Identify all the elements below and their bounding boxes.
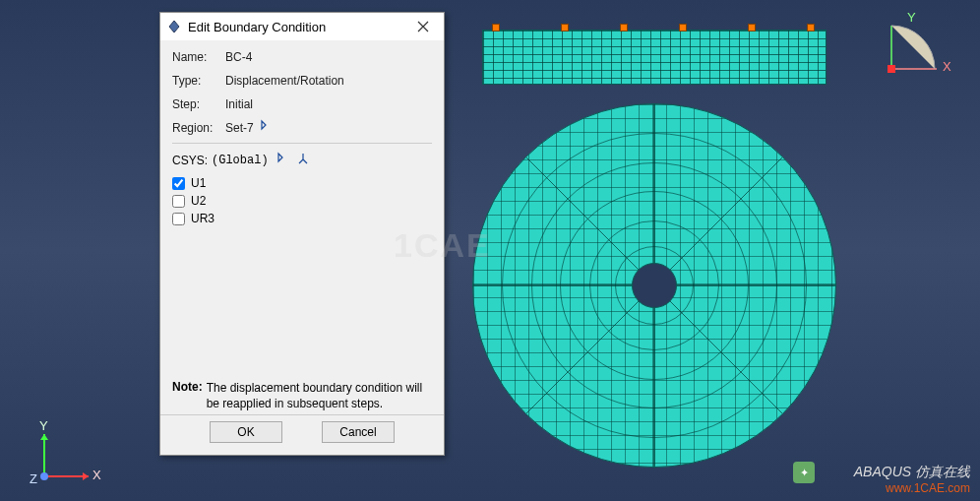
csys-value: (Global): [212, 154, 269, 167]
app-icon: [166, 19, 182, 34]
triad-z-label: Z: [30, 471, 37, 486]
ur3-checkbox-row[interactable]: UR3: [172, 212, 432, 225]
note-label: Note:: [172, 380, 203, 411]
ur3-checkbox[interactable]: [172, 213, 185, 225]
viewcube-x-label: X: [943, 59, 951, 74]
u2-checkbox[interactable]: [172, 195, 185, 208]
brand-text: ABAQUS 仿真在线: [854, 464, 970, 481]
cancel-button[interactable]: Cancel: [322, 421, 395, 443]
bc-marker: [748, 24, 756, 31]
svg-rect-7: [888, 65, 895, 73]
edit-region-icon[interactable]: [260, 119, 274, 133]
u2-checkbox-row[interactable]: U2: [172, 194, 432, 208]
dialog-titlebar[interactable]: Edit Boundary Condition: [160, 13, 444, 40]
bc-marker: [492, 24, 500, 31]
note-text: The displacement boundary condition will…: [207, 380, 432, 411]
disc-center-hole: [632, 263, 677, 308]
triad-x-label: X: [92, 468, 101, 482]
view-cube[interactable]: Y X: [882, 16, 950, 85]
create-csys-icon[interactable]: [296, 152, 310, 168]
type-label: Type:: [172, 72, 225, 90]
wechat-icon: ✦: [793, 462, 815, 483]
name-value: BC-4: [225, 48, 252, 66]
disc-mesh: [472, 103, 836, 468]
region-label: Region:: [172, 119, 225, 137]
svg-point-4: [40, 472, 48, 480]
orientation-triad[interactable]: X Y Z: [30, 422, 108, 491]
note-block: Note: The displacement boundary conditio…: [172, 380, 432, 411]
bc-marker: [561, 24, 569, 31]
step-label: Step:: [172, 95, 225, 113]
edit-bc-dialog: Edit Boundary Condition Name: BC-4 Type:…: [159, 12, 445, 456]
name-label: Name:: [172, 48, 225, 66]
brand-url: www.1CAE.com: [854, 481, 970, 495]
pick-csys-icon[interactable]: [276, 152, 290, 168]
u2-label: U2: [191, 194, 206, 208]
separator: [172, 143, 432, 144]
rect-mesh: [482, 30, 827, 85]
bc-marker: [807, 24, 815, 31]
viewcube-y-label: Y: [907, 10, 916, 25]
svg-marker-1: [83, 472, 89, 480]
u1-checkbox-row[interactable]: U1: [172, 176, 432, 190]
u1-checkbox[interactable]: [172, 177, 185, 190]
bc-marker: [620, 24, 628, 31]
dialog-title: Edit Boundary Condition: [188, 20, 406, 34]
type-value: Displacement/Rotation: [225, 72, 344, 90]
csys-label: CSYS:: [172, 154, 208, 167]
ur3-label: UR3: [191, 212, 214, 225]
ok-button[interactable]: OK: [210, 421, 282, 443]
triad-y-label: Y: [39, 418, 48, 433]
step-value: Initial: [225, 95, 253, 113]
region-value: Set-7: [225, 119, 254, 137]
bc-marker: [679, 24, 687, 31]
close-icon[interactable]: [406, 16, 440, 37]
svg-marker-3: [40, 434, 48, 440]
brand-area: ABAQUS 仿真在线 www.1CAE.com: [854, 464, 970, 495]
u1-label: U1: [191, 176, 206, 190]
